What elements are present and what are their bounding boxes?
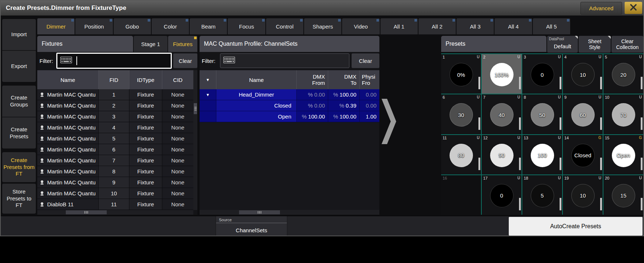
channelsets-horizontal-scrollbar[interactable] [200, 210, 379, 215]
preset-scrollbar[interactable] [560, 77, 561, 89]
preset-cell-8[interactable]: 8U50 [522, 94, 562, 134]
tab-all-3[interactable]: All 3 [457, 18, 494, 34]
preset-cell-17[interactable]: 17U0 [482, 175, 522, 215]
column-header-fid[interactable]: FID [99, 70, 129, 89]
preset-cell-19[interactable]: 19U10 [563, 175, 603, 215]
create-presets-from-ft-button[interactable]: Create Presets from FT [2, 152, 36, 182]
tab-beam[interactable]: Beam [190, 18, 227, 34]
preset-scrollbar[interactable] [600, 198, 602, 210]
sheet-style-button[interactable]: Sheet Style [579, 36, 611, 53]
preset-cell-16[interactable]: 16 [441, 175, 481, 215]
autocreate-presets-button[interactable]: AutoCreate Presets [509, 217, 643, 236]
tab-control[interactable]: Control [266, 18, 303, 34]
preset-cell-20[interactable]: 20U15 [603, 175, 643, 215]
column-header-name[interactable]: Name [216, 70, 297, 89]
preset-scrollbar[interactable] [478, 117, 480, 130]
preset-scrollbar[interactable] [560, 117, 561, 130]
fixture-row[interactable]: Martin MAC Quantu4FixtureNone [37, 122, 193, 133]
collapse-all-expander-icon[interactable]: ▼ [200, 70, 216, 89]
preset-scrollbar[interactable] [519, 117, 521, 130]
preset-scrollbar[interactable] [641, 77, 643, 89]
column-header-cid[interactable]: CID [162, 70, 193, 89]
preset-scrollbar[interactable] [600, 117, 602, 130]
tab-all-1[interactable]: All 1 [380, 18, 418, 34]
preset-scrollbar[interactable] [478, 77, 480, 89]
channelsets-filter-input[interactable] [220, 53, 349, 68]
tab-focus[interactable]: Focus [228, 18, 265, 34]
preset-cell-9[interactable]: 9U60 [563, 94, 603, 134]
preset-scrollbar[interactable] [560, 198, 561, 210]
fixtures-horizontal-scrollbar[interactable] [37, 210, 193, 215]
channelset-row-closed[interactable]: Closed%0.00%0.390.00 [200, 100, 379, 111]
fixtures-clear-button[interactable]: Clear [173, 53, 197, 68]
column-header-idtype[interactable]: IDType [129, 70, 162, 89]
preset-cell-6[interactable]: 6U30 [441, 94, 481, 134]
preset-scrollbar[interactable] [641, 198, 643, 210]
store-presets-to-ft-button[interactable]: Store Presets to FT [2, 184, 36, 214]
preset-scrollbar[interactable] [641, 158, 643, 170]
fixture-row[interactable]: Martin MAC Quantu2FixtureNone [37, 100, 193, 111]
preset-scrollbar[interactable] [600, 158, 602, 170]
preset-cell-5[interactable]: 5U20 [603, 54, 643, 94]
tab-shapers[interactable]: Shapers [304, 18, 341, 34]
tab-all-4[interactable]: All 4 [495, 18, 532, 34]
preset-cell-18[interactable]: 18U5 [522, 175, 562, 215]
advanced-button[interactable]: Advanced [580, 2, 622, 15]
create-groups-button[interactable]: Create Groups [2, 86, 36, 117]
preset-cell-12[interactable]: 12U90 [482, 135, 522, 174]
preset-cell-15[interactable]: 15GOpen [603, 135, 643, 174]
tab-all-2[interactable]: All 2 [418, 18, 456, 34]
preset-scrollbar[interactable] [519, 158, 521, 170]
preset-cell-14[interactable]: 14GClosed [563, 135, 603, 174]
fixture-row[interactable]: Martin MAC Quantu5FixtureNone [37, 133, 193, 144]
column-header-name[interactable]: Name [37, 70, 99, 89]
scrollbar-thumb[interactable] [239, 210, 280, 214]
tab-all-5[interactable]: All 5 [533, 18, 570, 34]
row-expander-icon[interactable]: ▼ [200, 89, 216, 100]
preset-scrollbar[interactable] [641, 117, 643, 130]
import-button[interactable]: Import [2, 19, 36, 50]
export-button[interactable]: Export [2, 50, 36, 82]
scrollbar-thumb[interactable] [194, 103, 197, 114]
channelset-row-open[interactable]: Open%100.00%100.001.00 [200, 111, 379, 122]
tab-position[interactable]: Position [75, 18, 113, 34]
preset-cell-3[interactable]: 3U0 [522, 54, 562, 94]
dialog-title-bar[interactable]: Create Presets.Dimmer from FixtureType A… [1, 1, 643, 16]
preset-scrollbar[interactable] [600, 77, 602, 89]
fixture-row[interactable]: Martin MAC Quantu1FixtureNone [37, 89, 193, 100]
source-selector[interactable]: Source ChannelSets [216, 216, 287, 236]
channelset-row-head-dimmer[interactable]: ▼Head_Dimmer%0.00%100.000.00 [200, 89, 379, 100]
tab-dimmer[interactable]: Dimmer [37, 18, 75, 34]
tab-stage-1[interactable]: Stage 1 [134, 36, 167, 52]
preset-cell-10[interactable]: 10U70 [603, 94, 643, 134]
fixture-row[interactable]: DiabloB 1111FixtureNone [37, 199, 193, 210]
scrollbar-thumb[interactable] [66, 210, 107, 214]
column-header-dmx-to[interactable]: DMX To [328, 70, 360, 89]
preset-cell-13[interactable]: 13U100 [522, 135, 562, 174]
preset-cell-11[interactable]: 11U80 [441, 135, 481, 174]
datapool-button[interactable]: DataPool Default [547, 36, 578, 53]
fixture-row[interactable]: Martin MAC Quantu6FixtureNone [37, 144, 193, 155]
column-header-dmx-from[interactable]: DMX From [297, 70, 328, 89]
create-presets-button[interactable]: Create Presets [2, 117, 36, 149]
tab-video[interactable]: Video [342, 18, 379, 34]
channelsets-clear-button[interactable]: Clear [352, 53, 379, 68]
fixture-row[interactable]: Martin MAC Quantu10FixtureNone [37, 188, 193, 199]
fixtures-vertical-scrollbar[interactable] [193, 70, 197, 210]
tab-gobo[interactable]: Gobo [114, 18, 151, 34]
fixture-row[interactable]: Martin MAC Quantu9FixtureNone [37, 177, 193, 188]
preset-scrollbar[interactable] [560, 158, 561, 170]
preset-scrollbar[interactable] [519, 77, 521, 89]
close-button[interactable] [625, 2, 642, 14]
fixtures-filter-input[interactable] [56, 53, 172, 69]
tab-color[interactable]: Color [152, 18, 189, 34]
fixture-row[interactable]: Martin MAC Quantu8FixtureNone [37, 166, 193, 177]
preset-cell-1[interactable]: 1U0% [441, 54, 481, 94]
preset-cell-2[interactable]: 2U100% [482, 54, 522, 94]
fixture-row[interactable]: Martin MAC Quantu7FixtureNone [37, 155, 193, 166]
tab-fixtures[interactable]: Fixtures [168, 36, 197, 52]
preset-scrollbar[interactable] [519, 198, 521, 210]
preset-cell-4[interactable]: 4U10 [563, 54, 603, 94]
clear-collection-button[interactable]: Clear Collection [611, 36, 643, 53]
column-header-physical-from[interactable]: Physi Fro [360, 70, 379, 89]
